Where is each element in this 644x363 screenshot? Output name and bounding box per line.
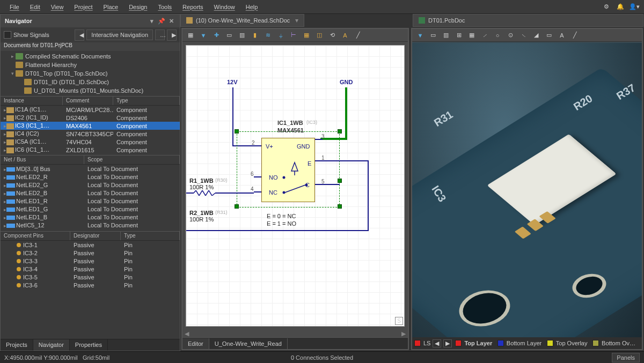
tool-icon[interactable]: ▥: [440, 30, 452, 41]
tool-icon[interactable]: ▮: [249, 30, 261, 41]
notifications-icon[interactable]: 🔔: [615, 2, 626, 12]
col-pins[interactable]: Component Pins: [1, 232, 70, 240]
layer-bottom[interactable]: Bottom Layer: [507, 340, 541, 346]
menu-edit[interactable]: Edit: [25, 2, 46, 12]
tool-icon[interactable]: ▦: [301, 30, 312, 41]
net-row[interactable]: ▸NetLED2_GLocal To Document: [1, 181, 180, 189]
pin-row[interactable]: IC3-3PassivePin: [1, 257, 180, 265]
tool-icon[interactable]: ⊢: [288, 30, 299, 41]
tool-icon[interactable]: ○: [492, 30, 503, 41]
net-row[interactable]: ▸NetLED1_GLocal To Document: [1, 205, 180, 213]
tool-icon[interactable]: ╱: [569, 30, 581, 41]
col-comment[interactable]: Comment: [63, 97, 113, 105]
interactive-navigation-button[interactable]: Interactive Navigation: [86, 29, 153, 40]
net-row[interactable]: ▸NetIC5_12Local To Document: [1, 221, 180, 229]
show-signals-checkbox[interactable]: [4, 31, 11, 39]
pcb-3d-canvas[interactable]: R31 R20 IC3 R37: [412, 43, 642, 337]
schematic-canvas[interactable]: 12V GND IC1_1WB: [186, 45, 405, 327]
tool-icon[interactable]: ⊙: [504, 30, 516, 41]
pins-grid[interactable]: IC3-1PassivePinIC3-2PassivePinIC3-3Passi…: [1, 241, 180, 339]
menu-file[interactable]: File: [4, 2, 25, 12]
tool-icon[interactable]: ⟋: [479, 30, 491, 41]
net-row[interactable]: ▸NetLED1_BLocal To Document: [1, 213, 180, 221]
pin-row[interactable]: IC3-2PassivePin: [1, 249, 180, 257]
tree-row[interactable]: ▸Compiled Schematic Documents: [1, 52, 180, 61]
pin-icon[interactable]: 📌: [157, 17, 166, 25]
net-row[interactable]: ▸NetLED2_RLocal To Document: [1, 173, 180, 181]
nets-grid[interactable]: ▸MD[3..0] BusLocal To Document▸NetLED2_R…: [1, 165, 180, 231]
menu-tools[interactable]: Tools: [152, 2, 177, 12]
layer-ls[interactable]: LS: [423, 340, 430, 346]
cross-icon[interactable]: ✚: [210, 30, 222, 41]
tool-icon[interactable]: ◢: [530, 30, 542, 41]
tool-icon[interactable]: ▦: [466, 30, 478, 41]
layer-top[interactable]: Top Layer: [464, 340, 492, 346]
select-icon[interactable]: ▭: [223, 30, 235, 41]
tab-navigator[interactable]: Navigator: [33, 339, 70, 351]
col-designator[interactable]: Designator: [70, 232, 121, 240]
filter-icon[interactable]: ▼: [197, 30, 209, 41]
layer-prev-button[interactable]: ◀: [433, 339, 441, 347]
pin-row[interactable]: IC3-5PassivePin: [1, 273, 180, 281]
instance-row[interactable]: ▸IC3 (IC1_1…MAX4561Component: [1, 122, 180, 130]
instance-row[interactable]: ▸IC5A (IC1…74VHC04Component: [1, 138, 180, 146]
menu-project[interactable]: Project: [69, 2, 98, 12]
sheet-name[interactable]: U_One-Wire_Write_Read: [209, 338, 288, 349]
menu-view[interactable]: View: [46, 2, 69, 12]
tab-projects[interactable]: Projects: [1, 339, 33, 351]
tool-icon[interactable]: ▭: [427, 30, 439, 41]
net-row[interactable]: ▸MD[3..0] BusLocal To Document: [1, 165, 180, 173]
col-net[interactable]: Net / Bus: [1, 155, 84, 164]
settings-icon[interactable]: ⚙: [601, 2, 612, 12]
tool-icon[interactable]: ╱: [352, 30, 364, 41]
tree-row[interactable]: ▾DT01_Top (DT01_Top.SchDoc): [1, 69, 180, 78]
tool-icon[interactable]: ⊞: [453, 30, 465, 41]
tab-properties[interactable]: Properties: [70, 339, 108, 351]
h-scrollbar[interactable]: ◀▶: [182, 330, 408, 337]
pin-row[interactable]: IC3-4PassivePin: [1, 265, 180, 273]
dropdown-icon[interactable]: ▾: [148, 17, 156, 25]
instance-row[interactable]: ▸IC6 (IC1_1…ZXLD1615Component: [1, 146, 180, 154]
col-type[interactable]: Type: [113, 97, 180, 105]
col-instance[interactable]: Instance: [1, 97, 63, 105]
layer-bottom-overlay[interactable]: Bottom Ov…: [602, 340, 635, 346]
tool-icon[interactable]: ⟲: [326, 30, 338, 41]
pin-row[interactable]: IC3-6PassivePin: [1, 281, 180, 289]
doc-tab[interactable]: (10) One-Wire_Write_Read.SchDoc▾: [180, 14, 304, 27]
tool-icon[interactable]: ▦: [185, 30, 196, 41]
instance-row[interactable]: ▸IC4 (IC2)SN74CBT3345CP…Component: [1, 130, 180, 138]
instance-row[interactable]: ▸IC1A (IC1…MC/ARM/LPC28…Component: [1, 106, 180, 114]
net-row[interactable]: ▸NetLED2_BLocal To Document: [1, 189, 180, 197]
menu-reports[interactable]: Reports: [177, 2, 209, 12]
layer-next-button[interactable]: ▶: [443, 339, 452, 347]
tree-row[interactable]: DT01_ID (DT01_ID.SchDoc): [1, 78, 180, 86]
layer-top-overlay[interactable]: Top Overlay: [556, 340, 588, 346]
tool-icon[interactable]: ⏚: [275, 30, 287, 41]
instances-grid[interactable]: ▸IC1A (IC1…MC/ARM/LPC28…Component▸IC2 (I…: [1, 106, 180, 155]
col-scope[interactable]: Scope: [84, 155, 180, 164]
user-icon[interactable]: 👤▾: [629, 2, 640, 12]
tree-row[interactable]: U_DT01_Mounts (DT01_Mounts.SchDoc): [1, 86, 180, 95]
filter-icon[interactable]: ▼: [414, 30, 426, 41]
text-icon[interactable]: A: [339, 30, 351, 41]
text-icon[interactable]: A: [556, 30, 568, 41]
menu-window[interactable]: Window: [209, 2, 240, 12]
tool-icon[interactable]: ◫: [313, 30, 325, 41]
doc-tab[interactable]: DT01.PcbDoc: [413, 14, 643, 27]
menu-help[interactable]: Help: [240, 2, 264, 12]
editor-tab[interactable]: Editor: [182, 338, 209, 349]
align-icon[interactable]: ▥: [236, 30, 248, 41]
nav-prev-button[interactable]: ◀: [75, 29, 84, 41]
nav-options-button[interactable]: …: [155, 29, 165, 40]
menu-design[interactable]: Design: [123, 2, 152, 12]
pin-row[interactable]: IC3-1PassivePin: [1, 241, 180, 249]
instance-row[interactable]: ▸IC2 (IC1_ID)DS2406Component: [1, 114, 180, 122]
close-icon[interactable]: ✕: [167, 17, 175, 25]
nav-next-button[interactable]: ▶: [167, 29, 177, 41]
tool-icon[interactable]: ≋: [262, 30, 274, 41]
panels-button[interactable]: Panels: [612, 353, 640, 362]
tool-icon[interactable]: ▭: [543, 30, 555, 41]
tab-close-icon[interactable]: ▾: [295, 17, 298, 24]
tree-row[interactable]: Flattened Hierarchy: [1, 61, 180, 69]
tool-icon[interactable]: ⟍: [517, 30, 529, 41]
